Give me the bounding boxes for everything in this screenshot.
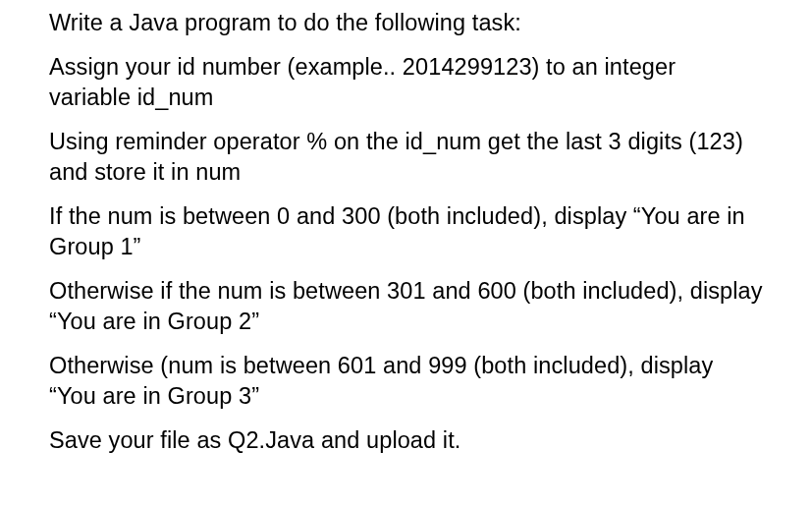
assignment-document: Write a Java program to do the following… [0, 0, 812, 489]
task-intro: Write a Java program to do the following… [49, 8, 763, 38]
task-assign-id: Assign your id number (example.. 2014299… [49, 52, 763, 113]
task-reminder-op: Using reminder operator % on the id_num … [49, 127, 763, 188]
task-save-upload: Save your file as Q2.Java and upload it. [49, 425, 763, 456]
task-group-2: Otherwise if the num is between 301 and … [49, 276, 763, 337]
task-group-3: Otherwise (num is between 601 and 999 (b… [49, 351, 763, 412]
task-group-1: If the num is between 0 and 300 (both in… [49, 201, 763, 262]
